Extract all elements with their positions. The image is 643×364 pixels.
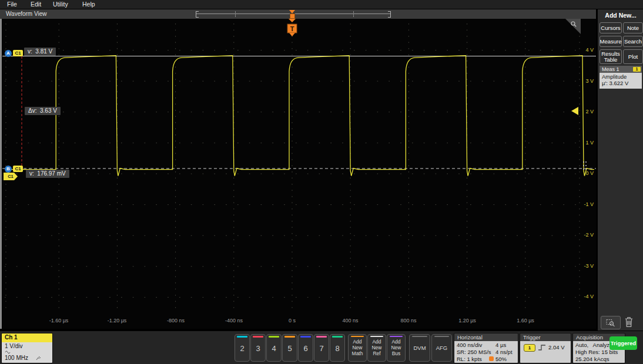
horizontal-position: 50% [495, 356, 507, 362]
y-axis-label: -1 V [574, 201, 594, 207]
results-table-button[interactable]: Results Table [600, 49, 622, 64]
dvm-button[interactable]: DVM [409, 334, 430, 362]
menu-edit[interactable]: Edit [31, 1, 41, 8]
channel-6-label: 6 [299, 344, 313, 353]
channel-8-button[interactable]: 8 [330, 334, 345, 362]
x-axis-label: -1.60 µs [49, 318, 69, 323]
add-new-bus-button[interactable]: Add New Bus [387, 334, 406, 362]
channel-3-button[interactable]: 3 [250, 334, 266, 362]
bus-color [390, 336, 403, 337]
measure-button[interactable]: Measure [600, 36, 622, 47]
trigger-flag-letter: T [290, 25, 294, 32]
afg-button[interactable]: AFG [431, 334, 452, 362]
record-length: RL: 1 kpts [457, 356, 482, 362]
y-axis-label: 2 V [574, 109, 594, 114]
channel-2-button[interactable]: 2 [235, 334, 250, 362]
x-axis-label: 0 s [289, 318, 296, 323]
ch1-bandwidth: 100 MHz [2, 355, 28, 361]
triggered-status-badge: Triggered [609, 336, 637, 350]
x-axis-label: 1.20 µs [458, 318, 476, 323]
channel-7-color [316, 336, 327, 338]
x-axis-label: -1.20 µs [108, 318, 127, 323]
acquisition-mode: Auto, Analyze [575, 342, 612, 348]
meas1-header[interactable]: Meas 1 1 [600, 66, 642, 73]
ch1-name: Ch 1 [2, 333, 52, 342]
channel-2-label: 2 [235, 344, 249, 353]
overview-right-bracket[interactable] [388, 11, 391, 18]
menu-file[interactable]: File [7, 1, 17, 8]
x-axis-label: 800 ns [400, 318, 416, 323]
magnifier-icon [570, 21, 577, 28]
ch1-badge[interactable]: Ch 1 1 V/div 100 MHz [1, 333, 53, 363]
cursors-button[interactable]: Cursors [600, 22, 622, 33]
cursor-delta-readout[interactable]: Δv: 3.63 V [25, 107, 61, 115]
channel-3-color [253, 336, 263, 338]
add-new-bus-label: Add New Bus [387, 339, 405, 356]
y-axis-label: -2 V [574, 232, 594, 238]
x-axis-label: 400 ns [342, 318, 358, 323]
meas1-mean: µ': 3.622 V [602, 80, 642, 86]
x-axis-label: 1.60 µs [517, 318, 534, 323]
add-new-math-button[interactable]: Add New Math [348, 334, 367, 362]
overview-left-bracket[interactable] [196, 11, 199, 18]
dvm-label: DVM [410, 345, 430, 351]
channel-5-color [284, 336, 295, 338]
channel-3-label: 3 [251, 344, 265, 353]
menu-bar: File Edit Utility Help [0, 0, 643, 9]
afg-label: AFG [432, 345, 451, 351]
add-new-title: Add New... [598, 12, 643, 19]
acquisition-count: 25.204 kAcqs [575, 356, 609, 362]
overview-divider [353, 11, 354, 17]
channel-4-label: 4 [267, 344, 281, 353]
overview-trigger-position-icon[interactable] [290, 14, 295, 19]
channel-2-color [237, 336, 247, 338]
horizontal-scale: 400 ns/div [457, 342, 482, 348]
channel-4-button[interactable]: 4 [266, 334, 282, 362]
menu-utility[interactable]: Utility [53, 1, 68, 8]
panel-drag-grip[interactable] [583, 161, 587, 174]
left-edge-strip [0, 19, 2, 329]
cursor-b-channel-badge[interactable]: C1 [13, 166, 23, 172]
rising-edge-icon [538, 344, 546, 351]
cursor-b-badge[interactable]: B [5, 166, 12, 173]
cursor-b-readout[interactable]: v: 176.97 mV [26, 170, 69, 178]
math-color [351, 336, 364, 337]
channel-4-color [269, 336, 279, 338]
plot-button[interactable]: Plot [623, 49, 643, 64]
y-axis-label: 1 V [574, 140, 594, 146]
trigger-panel[interactable]: Trigger 1 2.04 V [520, 333, 571, 363]
ch1-scale: 1 V/div [5, 343, 52, 349]
trigger-flag[interactable]: T [287, 19, 297, 36]
horizontal-panel[interactable]: Horizontal 400 ns/div 4 µs SR: 250 MS/s … [454, 333, 518, 363]
channel-8-color [332, 336, 343, 338]
channel-5-button[interactable]: 5 [282, 334, 297, 362]
channel-6-button[interactable]: 6 [298, 334, 313, 362]
add-new-ref-label: Add New Ref [368, 339, 386, 356]
add-new-math-label: Add New Math [349, 339, 366, 356]
meas1-type: Amplitude [602, 73, 642, 80]
note-button[interactable]: Note [623, 22, 643, 33]
results-bar: Add New... Cursors Note Measure Search R… [597, 9, 643, 331]
cursor-a-badge[interactable]: A [5, 50, 12, 57]
search-button[interactable]: Search [623, 36, 643, 47]
channel-7-button[interactable]: 7 [314, 334, 329, 362]
waveform-view-tab[interactable]: Waveform View [0, 9, 596, 19]
y-axis-label: 3 V [574, 78, 594, 84]
channel-8-label: 8 [330, 344, 344, 353]
cursor-a-channel-badge[interactable]: C1 [13, 50, 23, 56]
horizontal-position-icon [489, 356, 494, 361]
meas1-card[interactable]: Amplitude µ': 3.622 V [600, 73, 642, 89]
coupling-icon [5, 350, 11, 354]
zoom-mode-button[interactable] [601, 316, 621, 329]
waveform-view-title: Waveform View [6, 11, 46, 17]
trash-icon [624, 316, 634, 328]
menu-help[interactable]: Help [82, 1, 95, 8]
channel-6-color [300, 336, 311, 338]
add-new-ref-button[interactable]: Add New Ref [367, 334, 386, 362]
trigger-source-badge: 1 [524, 344, 535, 352]
waveform-plot[interactable]: T 4 V 3 V 2 V 1 V 0 V -1 V -2 V -3 V -4 … [2, 19, 596, 329]
cursor-a-readout[interactable]: v: 3.81 V [24, 48, 56, 56]
ch1-waveform-trace[interactable] [6, 56, 594, 176]
trash-button[interactable] [624, 316, 638, 329]
x-axis-label: -800 ns [167, 318, 185, 323]
